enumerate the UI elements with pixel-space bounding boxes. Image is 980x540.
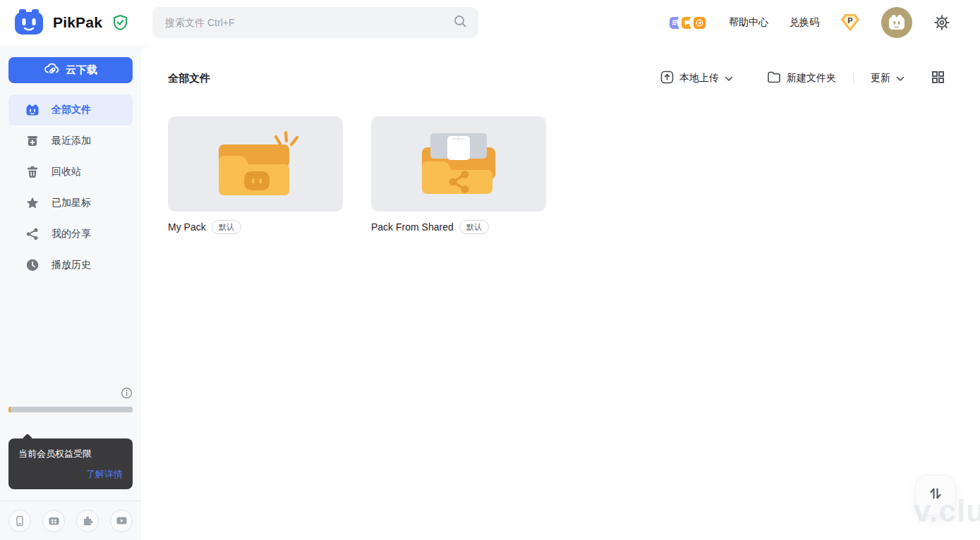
sidebar-item-label: 最近添加 <box>52 135 91 147</box>
default-badge: 默认 <box>459 220 489 234</box>
mobile-app-icon[interactable] <box>8 510 31 532</box>
sidebar-nav: 全部文件 最近添加 <box>0 94 141 281</box>
sidebar-item-label: 回收站 <box>52 166 81 178</box>
video-channel-icon[interactable] <box>110 510 133 532</box>
user-avatar[interactable] <box>881 7 912 38</box>
folder-card-pack-from-shared: Pack From Shared 默认 <box>371 116 546 234</box>
storage-used-segment <box>8 407 11 412</box>
page-title: 全部文件 <box>168 72 210 85</box>
sidebar-item-label: 我的分享 <box>52 228 91 240</box>
folder-thumbnail[interactable] <box>371 116 546 211</box>
learn-more-link[interactable]: 了解详情 <box>18 468 123 481</box>
redeem-code-link[interactable]: 兑换码 <box>790 16 819 29</box>
upload-icon <box>660 70 674 86</box>
folder-name[interactable]: Pack From Shared <box>371 221 454 233</box>
cloud-download-button[interactable]: 云下载 <box>8 57 133 83</box>
my-pack-folder-icon <box>209 128 302 201</box>
star-icon <box>25 196 40 210</box>
brand-name: PikPak <box>53 14 102 31</box>
shared-pack-folder-icon <box>412 128 505 201</box>
search-icon[interactable] <box>453 14 467 31</box>
sidebar-item-play-history[interactable]: 播放历史 <box>8 250 133 281</box>
history-clock-icon <box>25 258 40 272</box>
activity-badges[interactable] <box>667 14 708 31</box>
main-panel: 全部文件 本地上传 <box>141 45 980 540</box>
search-input[interactable] <box>165 17 453 28</box>
sidebar-item-label: 播放历史 <box>52 259 91 271</box>
quota-info-icon[interactable] <box>121 387 133 402</box>
arrow-badge-icon[interactable] <box>691 14 708 31</box>
chevron-down-icon <box>896 73 905 84</box>
sidebar-item-trash[interactable]: 回收站 <box>8 157 133 188</box>
sidebar: 云下载 全部文件 <box>0 45 141 540</box>
tv-app-icon[interactable] <box>42 510 65 532</box>
cloud-link-icon <box>44 63 59 78</box>
security-shield-icon <box>112 14 128 31</box>
sort-button[interactable] <box>915 474 956 515</box>
browser-extension-icon[interactable] <box>76 510 99 532</box>
sidebar-item-starred[interactable]: 已加星标 <box>8 188 133 219</box>
storage-progress-bar <box>8 407 133 412</box>
new-folder-button[interactable]: 新建文件夹 <box>763 68 840 88</box>
search-bar[interactable] <box>152 7 478 38</box>
premium-letter: P <box>847 16 852 25</box>
new-folder-label: 新建文件夹 <box>787 72 836 85</box>
default-badge: 默认 <box>212 220 241 234</box>
app-header: PikPak <box>0 0 980 45</box>
tooltip-text: 当前会员权益受限 <box>18 448 123 460</box>
grid-view-button[interactable] <box>927 68 949 89</box>
help-center-link[interactable]: 帮助中心 <box>729 16 768 29</box>
membership-tooltip: 当前会员权益受限 了解详情 <box>8 438 133 489</box>
folder-icon <box>767 71 781 85</box>
sidebar-item-label: 已加星标 <box>52 197 91 209</box>
trash-icon <box>25 165 40 179</box>
all-files-icon <box>25 103 40 117</box>
share-icon <box>25 227 40 241</box>
local-upload-label: 本地上传 <box>679 72 719 85</box>
update-label: 更新 <box>871 72 890 85</box>
update-button[interactable]: 更新 <box>866 69 909 87</box>
pikpak-logo-icon[interactable] <box>14 8 44 37</box>
grid-view-icon <box>931 70 945 86</box>
sidebar-item-all-files[interactable]: 全部文件 <box>8 94 133 125</box>
folder-name[interactable]: My Pack <box>168 221 206 233</box>
recent-added-icon <box>25 134 40 148</box>
toolbar: 本地上传 新建文件夹 更新 <box>656 68 949 89</box>
folder-thumbnail[interactable] <box>168 116 343 211</box>
sidebar-item-label: 全部文件 <box>52 104 91 116</box>
folder-card-my-pack: My Pack 默认 <box>168 116 343 234</box>
sidebar-item-recent[interactable]: 最近添加 <box>8 125 133 157</box>
sidebar-footer <box>0 501 141 540</box>
chevron-down-icon <box>725 73 733 84</box>
sidebar-item-my-shares[interactable]: 我的分享 <box>8 219 133 250</box>
toolbar-divider <box>853 73 854 84</box>
settings-gear-icon[interactable] <box>933 14 950 31</box>
local-upload-button[interactable]: 本地上传 <box>656 68 737 89</box>
premium-gem-icon[interactable]: P <box>840 13 860 32</box>
cloud-download-label: 云下载 <box>66 63 97 77</box>
sort-arrows-icon <box>927 485 944 505</box>
